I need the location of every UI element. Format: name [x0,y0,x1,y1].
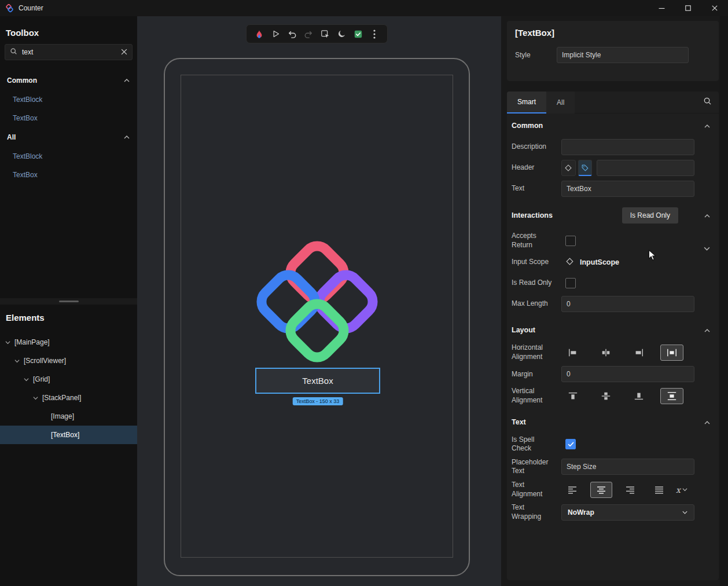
tag-icon[interactable] [578,160,593,176]
tab-smart[interactable]: Smart [507,91,546,113]
tab-all[interactable]: All [546,91,575,113]
tree-item-grid[interactable]: [Grid] [0,370,137,389]
toolbox-item-label: TextBlock [13,96,42,104]
toolbox-search-input[interactable] [22,48,121,56]
app-image-logo[interactable] [252,237,382,367]
redo-icon[interactable] [302,28,315,41]
max-length-input[interactable] [561,296,694,312]
header-input[interactable] [597,160,694,176]
chevron-down-icon[interactable] [32,395,38,401]
minimize-button[interactable] [648,0,675,16]
align-vertical-center-icon[interactable] [594,388,617,404]
input-scope-value[interactable]: InputScope [580,258,619,266]
tree-item-label: [TextBox] [51,431,79,439]
left-sidebar: Toolbox Common TextBlock TextBox All Tex… [0,16,137,586]
property-row-text-wrapping: Text Wrapping NoWrap [507,503,719,521]
tree-item-mainpage[interactable]: [MainPage] [0,333,137,351]
align-top-icon[interactable] [561,388,584,404]
property-row-text: Text [507,181,719,197]
placeholder-text-input[interactable] [561,459,694,475]
app-logo-icon [5,3,14,13]
play-icon[interactable] [269,28,282,41]
align-right-icon[interactable] [627,345,650,361]
align-horizontal-stretch-icon[interactable] [660,345,683,361]
text-wrapping-dropdown[interactable]: NoWrap [561,504,694,521]
text-align-justify-icon[interactable] [648,482,670,498]
tree-item-stackpanel[interactable]: [StackPanel] [0,389,137,407]
property-label: Horizontal Alignment [512,343,553,361]
style-input[interactable] [557,47,689,63]
chevron-up-icon[interactable] [123,76,130,85]
toolbox-item-label: TextBox [13,114,38,122]
search-icon[interactable] [703,97,712,108]
validate-check-icon[interactable] [352,28,365,41]
toolbox-section-common[interactable]: Common [0,74,137,87]
section-interactions[interactable]: Interactions Is Read Only [507,202,719,227]
chevron-down-icon [682,508,688,517]
binding-icon[interactable] [561,160,576,176]
property-label: Placeholder Text [512,458,553,476]
toolbox-item-textbox[interactable]: TextBox [0,168,137,182]
chevron-down-icon[interactable] [703,243,711,254]
design-canvas[interactable]: TextBox TextBox - 150 x 33 [137,16,501,586]
align-vertical-stretch-icon[interactable] [660,388,683,404]
section-title: Layout [512,326,535,334]
section-text[interactable]: Text [507,410,719,431]
chevron-up-icon[interactable] [704,417,711,427]
chevron-down-icon[interactable] [23,376,29,382]
toolbox-search[interactable] [5,44,133,60]
section-title: Text [512,418,526,426]
toolbox-section-all[interactable]: All [0,131,137,144]
maximize-button[interactable] [675,0,701,16]
font-variable-dropdown[interactable]: x [676,485,687,495]
align-horizontal-center-icon[interactable] [594,345,617,361]
theme-moon-icon[interactable] [335,28,348,41]
margin-input[interactable] [561,366,694,382]
more-options-icon[interactable] [368,28,381,41]
tree-item-label: [Image] [51,412,74,420]
text-align-left-icon[interactable] [561,482,583,498]
toolbox-item-textblock[interactable]: TextBlock [0,149,137,163]
section-layout[interactable]: Layout [507,317,719,339]
chevron-up-icon[interactable] [123,133,130,141]
chevron-up-icon[interactable] [704,120,711,131]
clear-search-icon[interactable] [121,47,127,57]
is-read-only-button[interactable]: Is Read Only [622,207,678,224]
property-row-margin: Margin [507,366,719,382]
align-left-icon[interactable] [561,345,584,361]
toolbox-item-textblock[interactable]: TextBlock [0,93,137,107]
selected-textbox-element[interactable]: TextBox [255,368,380,394]
is-spell-check-checkbox[interactable] [565,439,576,449]
property-tabs: Smart All [507,91,719,113]
property-label: Margin [512,370,553,379]
device-frame: TextBox TextBox - 150 x 33 [164,58,470,576]
chevron-up-icon[interactable] [704,210,711,221]
description-input[interactable] [561,139,694,155]
scrollbar-gutter[interactable] [720,16,728,586]
tree-item-image[interactable]: [Image] [0,407,137,426]
property-row-placeholder-text: Placeholder Text [507,458,719,476]
accepts-return-checkbox[interactable] [565,236,576,246]
text-input[interactable] [561,181,694,197]
section-title: Interactions [512,211,553,219]
is-read-only-checkbox[interactable] [565,278,576,288]
undo-icon[interactable] [286,28,299,41]
panel-resize-handle[interactable] [0,298,137,305]
toolbox-item-textbox[interactable]: TextBox [0,111,137,125]
inspect-element-icon[interactable] [319,28,332,41]
text-align-center-icon[interactable] [590,482,612,498]
text-align-right-icon[interactable] [619,482,641,498]
close-button[interactable] [701,0,728,16]
font-variable-label: x [676,485,681,495]
chevron-down-icon[interactable] [5,339,10,345]
tree-item-label: [ScrollViewer] [24,357,66,365]
tree-item-textbox[interactable]: [TextBox] [0,426,137,444]
tree-item-label: [MainPage] [14,338,50,346]
hot-reload-flame-icon[interactable] [253,28,266,41]
chevron-down-icon[interactable] [14,358,20,364]
section-common[interactable]: Common [507,113,719,134]
tree-item-scrollviewer[interactable]: [ScrollViewer] [0,351,137,370]
align-bottom-icon[interactable] [627,388,650,404]
chevron-up-icon[interactable] [704,325,711,335]
inputscope-icon[interactable] [565,257,574,268]
